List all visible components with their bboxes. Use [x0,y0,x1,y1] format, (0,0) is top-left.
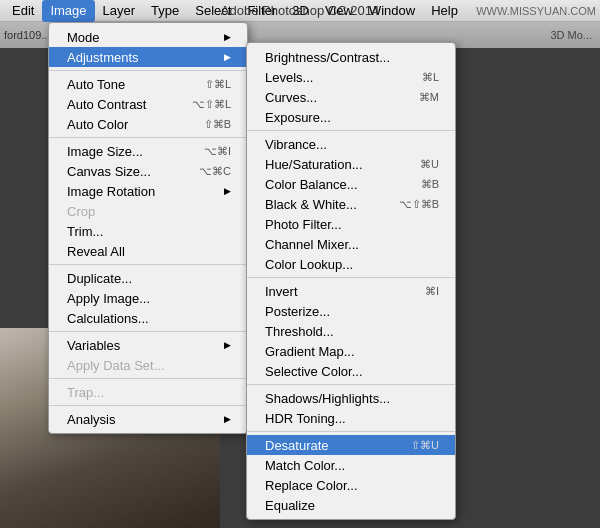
app-title: Adobe Photoshop CC 2014 [221,3,379,18]
menu-item-reveal-all[interactable]: Reveal All [49,241,247,261]
menubar: Edit Image Layer Type Select Filter 3D V… [0,0,600,22]
menu-item-variables[interactable]: Variables [49,335,247,355]
menu-item-image-size[interactable]: Image Size... ⌥⌘I [49,141,247,161]
adj-curves[interactable]: Curves... ⌘M [247,87,455,107]
menu-sep-4 [49,331,247,332]
adj-black-white[interactable]: Black & White... ⌥⇧⌘B [247,194,455,214]
file-tab[interactable]: ford109... [4,29,50,41]
menu-image[interactable]: Image [42,0,94,22]
adj-channel-mixer[interactable]: Channel Mixer... [247,234,455,254]
adj-equalize[interactable]: Equalize [247,495,455,515]
menu-edit[interactable]: Edit [4,0,42,22]
adj-vibrance[interactable]: Vibrance... [247,134,455,154]
adj-desaturate[interactable]: Desaturate ⇧⌘U [247,435,455,455]
menu-help[interactable]: Help [423,0,466,22]
adj-sep-3 [247,384,455,385]
adj-hdr-toning[interactable]: HDR Toning... [247,408,455,428]
image-menu[interactable]: Mode Adjustments Auto Tone ⇧⌘L Auto Cont… [48,22,248,434]
menu-item-mode[interactable]: Mode [49,27,247,47]
adj-photo-filter[interactable]: Photo Filter... [247,214,455,234]
adj-threshold[interactable]: Threshold... [247,321,455,341]
menu-item-auto-contrast[interactable]: Auto Contrast ⌥⇧⌘L [49,94,247,114]
adj-hue-saturation[interactable]: Hue/Saturation... ⌘U [247,154,455,174]
menu-sep-1 [49,70,247,71]
menu-item-image-rotation[interactable]: Image Rotation [49,181,247,201]
adj-brightness-contrast[interactable]: Brightness/Contrast... [247,47,455,67]
menu-item-apply-data-set: Apply Data Set... [49,355,247,375]
adj-color-lookup[interactable]: Color Lookup... [247,254,455,274]
menu-item-analysis[interactable]: Analysis [49,409,247,429]
menu-item-canvas-size[interactable]: Canvas Size... ⌥⌘C [49,161,247,181]
adj-replace-color[interactable]: Replace Color... [247,475,455,495]
watermark: WWW.MISSYUAN.COM [476,5,596,17]
adj-invert[interactable]: Invert ⌘I [247,281,455,301]
adj-match-color[interactable]: Match Color... [247,455,455,475]
adj-sep-2 [247,277,455,278]
menu-item-adjustments[interactable]: Adjustments [49,47,247,67]
menu-sep-2 [49,137,247,138]
menu-item-auto-tone[interactable]: Auto Tone ⇧⌘L [49,74,247,94]
menu-sep-5 [49,378,247,379]
menu-sep-6 [49,405,247,406]
adj-exposure[interactable]: Exposure... [247,107,455,127]
adjustments-menu[interactable]: Brightness/Contrast... Levels... ⌘L Curv… [246,42,456,520]
menu-item-auto-color[interactable]: Auto Color ⇧⌘B [49,114,247,134]
adj-levels[interactable]: Levels... ⌘L [247,67,455,87]
ps-3d-label: 3D Mo... [546,29,596,41]
menu-type[interactable]: Type [143,0,187,22]
menu-item-apply-image[interactable]: Apply Image... [49,288,247,308]
adj-selective-color[interactable]: Selective Color... [247,361,455,381]
menu-layer[interactable]: Layer [95,0,144,22]
adj-sep-4 [247,431,455,432]
adj-gradient-map[interactable]: Gradient Map... [247,341,455,361]
menu-item-trim[interactable]: Trim... [49,221,247,241]
menu-item-trap: Trap... [49,382,247,402]
adj-color-balance[interactable]: Color Balance... ⌘B [247,174,455,194]
menu-item-crop: Crop [49,201,247,221]
adj-shadows-highlights[interactable]: Shadows/Highlights... [247,388,455,408]
adj-posterize[interactable]: Posterize... [247,301,455,321]
menu-sep-3 [49,264,247,265]
menu-item-calculations[interactable]: Calculations... [49,308,247,328]
menu-item-duplicate[interactable]: Duplicate... [49,268,247,288]
adj-sep-1 [247,130,455,131]
